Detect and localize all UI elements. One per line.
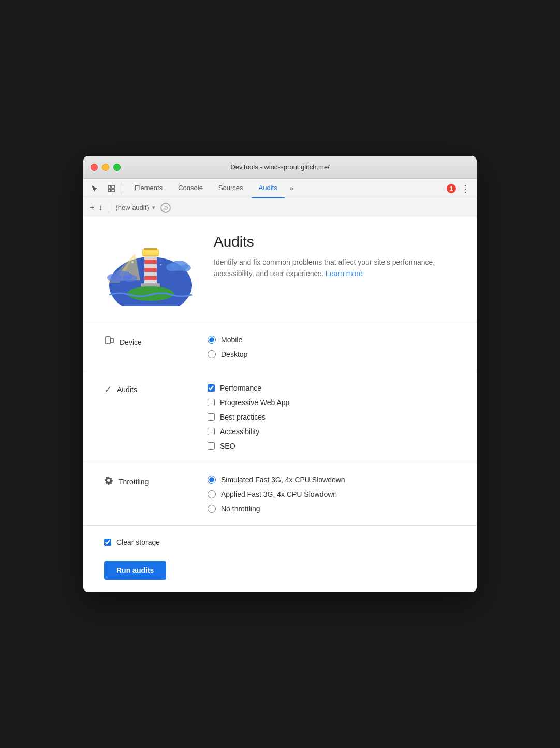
svg-point-17 — [181, 264, 191, 271]
device-mobile-radio[interactable] — [208, 336, 216, 344]
svg-rect-31 — [111, 338, 113, 343]
error-badge: 1 — [447, 184, 456, 193]
audits-options: Performance Progressive Web App Best pra… — [208, 384, 456, 450]
traffic-lights — [91, 164, 121, 171]
throttling-label: Throttling — [104, 476, 187, 487]
devtools-toolbar: Elements Console Sources Audits » 1 ⋮ — [83, 179, 477, 198]
svg-rect-20 — [144, 268, 157, 272]
audit-seo-checkbox[interactable] — [208, 442, 215, 450]
svg-point-29 — [123, 275, 137, 282]
kebab-menu[interactable]: ⋮ — [458, 181, 473, 196]
audit-select[interactable]: (new audit) ▼ — [115, 204, 156, 211]
audit-seo-option[interactable]: SEO — [208, 442, 456, 450]
learn-more-link[interactable]: Learn more — [326, 269, 363, 278]
sec-divider — [109, 203, 109, 213]
lighthouse-illustration — [104, 234, 197, 306]
tab-audits[interactable]: Audits — [252, 179, 285, 198]
audit-performance-option[interactable]: Performance — [208, 384, 456, 392]
bottom-section: Clear storage Run audits — [83, 526, 477, 592]
svg-point-6 — [171, 256, 172, 258]
main-content: Audits Identify and fix common problems … — [83, 217, 477, 592]
svg-point-7 — [140, 254, 141, 255]
device-desktop-radio[interactable] — [208, 350, 216, 358]
device-desktop-option[interactable]: Desktop — [208, 350, 456, 358]
svg-rect-30 — [106, 337, 110, 344]
svg-rect-1 — [112, 185, 114, 188]
hero-description: Identify and fix common problems that af… — [214, 256, 456, 280]
chevron-down-icon: ▼ — [151, 205, 156, 210]
throttling-options: Simulated Fast 3G, 4x CPU Slowdown Appli… — [208, 476, 456, 513]
hero-text: Audits Identify and fix common problems … — [214, 234, 456, 280]
device-options: Mobile Desktop — [208, 336, 456, 358]
gear-icon — [104, 476, 113, 487]
audit-performance-checkbox[interactable] — [208, 384, 215, 392]
run-audits-button[interactable]: Run audits — [104, 561, 166, 580]
tab-more[interactable]: » — [286, 182, 298, 194]
audit-pwa-checkbox[interactable] — [208, 399, 215, 406]
tab-nav: Elements Console Sources Audits » — [127, 179, 298, 198]
throttling-applied-radio[interactable] — [208, 490, 216, 498]
tab-elements[interactable]: Elements — [127, 179, 170, 198]
tab-console[interactable]: Console — [171, 179, 210, 198]
audit-best-practices-option[interactable]: Best practices — [208, 413, 456, 421]
device-section: Device Mobile Desktop — [83, 323, 477, 371]
audit-best-practices-checkbox[interactable] — [208, 413, 215, 421]
checkmark-icon: ✓ — [104, 384, 112, 395]
svg-point-11 — [186, 259, 188, 261]
svg-rect-3 — [112, 189, 114, 192]
svg-rect-24 — [143, 250, 158, 255]
audit-accessibility-checkbox[interactable] — [208, 428, 215, 435]
secondary-toolbar: + ↓ (new audit) ▼ ⊘ — [83, 198, 477, 217]
audits-label: ✓ Audits — [104, 384, 187, 395]
svg-point-28 — [107, 274, 122, 282]
maximize-button[interactable] — [113, 164, 121, 171]
throttling-none-option[interactable]: No throttling — [208, 505, 456, 513]
cursor-icon[interactable] — [87, 181, 102, 196]
toolbar-divider — [123, 183, 123, 194]
svg-rect-19 — [144, 260, 157, 264]
audits-section: ✓ Audits Performance Progressive Web App… — [83, 371, 477, 463]
hero-title: Audits — [214, 234, 456, 250]
svg-rect-0 — [108, 185, 111, 188]
minimize-button[interactable] — [102, 164, 109, 171]
throttling-simulated-radio[interactable] — [208, 476, 216, 484]
download-icon[interactable]: ↓ — [98, 203, 102, 212]
hero-section: Audits Identify and fix common problems … — [83, 217, 477, 323]
no-entry-icon[interactable]: ⊘ — [160, 203, 171, 213]
svg-rect-21 — [144, 276, 157, 280]
svg-point-8 — [160, 264, 162, 266]
clear-storage-option[interactable]: Clear storage — [104, 538, 456, 546]
svg-rect-2 — [108, 189, 111, 192]
svg-point-16 — [166, 263, 179, 271]
clear-storage-checkbox[interactable] — [104, 539, 111, 546]
audit-pwa-option[interactable]: Progressive Web App — [208, 398, 456, 407]
devtools-window: DevTools - wind-sprout.glitch.me/ Elemen… — [83, 156, 477, 592]
audit-accessibility-option[interactable]: Accessibility — [208, 427, 456, 436]
plus-icon[interactable]: + — [90, 203, 94, 212]
throttling-section: Throttling Simulated Fast 3G, 4x CPU Slo… — [83, 463, 477, 526]
title-bar: DevTools - wind-sprout.glitch.me/ — [83, 156, 477, 179]
close-button[interactable] — [91, 164, 98, 171]
throttling-applied-option[interactable]: Applied Fast 3G, 4x CPU Slowdown — [208, 490, 456, 498]
device-mobile-option[interactable]: Mobile — [208, 336, 456, 344]
throttling-none-radio[interactable] — [208, 505, 216, 513]
throttling-simulated-option[interactable]: Simulated Fast 3G, 4x CPU Slowdown — [208, 476, 456, 484]
tab-sources[interactable]: Sources — [211, 179, 250, 198]
window-title: DevTools - wind-sprout.glitch.me/ — [230, 163, 329, 171]
inspect-icon[interactable] — [104, 181, 119, 196]
device-label: Device — [104, 336, 187, 349]
error-icon: 1 — [447, 184, 456, 193]
device-icon — [104, 336, 114, 349]
